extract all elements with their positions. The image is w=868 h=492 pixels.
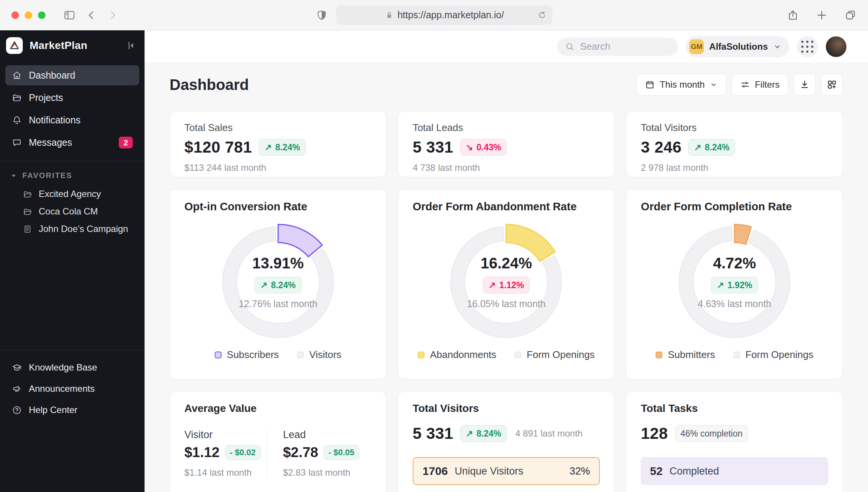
donut-sub: 16.05% last month <box>467 298 546 309</box>
filters-button[interactable]: Filters <box>731 74 788 96</box>
total-sales-card: Total Sales $120 781 ↗8.24% $113 244 las… <box>170 111 387 177</box>
trend-arrow-icon: ↗ <box>717 280 724 290</box>
folder-icon <box>23 207 32 216</box>
page-title: Dashboard <box>170 76 249 93</box>
org-switcher[interactable]: GM AlfaSolutions <box>686 36 789 57</box>
zoom-window-button[interactable] <box>38 11 46 19</box>
search-box[interactable] <box>557 38 678 56</box>
sidebar-item-label: Announcements <box>29 383 133 394</box>
sidebar-item-projects[interactable]: Projects <box>5 88 139 108</box>
trend-arrow-icon: ↗ <box>260 280 267 290</box>
bell-icon <box>12 115 22 125</box>
marketplan-logo <box>6 37 23 54</box>
favorite-item-john-does-campaign[interactable]: John Doe’s Campaign <box>5 220 139 238</box>
donut-sub: 4.63% last month <box>698 298 771 309</box>
stat-sub: $113 244 last month <box>184 162 372 173</box>
address-bar[interactable]: https://app.marketplan.io/ <box>336 5 552 25</box>
card-title: Order Form Abandonment Rate <box>413 200 600 213</box>
sidebar-item-knowledge-base[interactable]: Knowledge Base <box>5 358 139 377</box>
total-tasks-card: Total Tasks 128 46% completion 52 Comple… <box>626 391 843 492</box>
toolbar: This month Filters <box>636 74 843 96</box>
browser-sidebar-toggle-icon[interactable] <box>63 9 76 22</box>
sidebar-collapse-icon[interactable] <box>125 40 136 51</box>
share-icon[interactable] <box>787 9 799 21</box>
favorite-item-coca-cola-cm[interactable]: Coca Cola CM <box>5 203 139 220</box>
row-count: 1706 <box>423 465 448 478</box>
legend-item: Submitters <box>656 349 715 361</box>
metric-sub: $1.14 last month <box>184 467 267 478</box>
total-visitors-card: Total Visitors 3 246 ↗8.24% 2 978 last m… <box>626 111 843 177</box>
lock-icon <box>385 11 394 20</box>
sliders-icon <box>740 80 750 90</box>
new-tab-icon[interactable] <box>816 9 828 21</box>
megaphone-icon <box>12 384 22 394</box>
completed-tasks-row[interactable]: 52 Completed <box>641 457 828 485</box>
favorite-item-label: Coca Cola CM <box>39 206 98 217</box>
trend-badge: - $0.05 <box>324 445 360 460</box>
completion-rate-card: Order Form Completion Rate 4.72% ↗1.92% … <box>626 189 843 379</box>
stat-sub: 4 891 last month <box>515 428 582 439</box>
trend-arrow-icon: ↗ <box>489 280 496 290</box>
search-input[interactable] <box>580 41 670 52</box>
trend-arrow-icon: ↗ <box>264 142 272 153</box>
trend-badge: ↘0.43% <box>460 139 507 156</box>
period-label: This month <box>660 79 705 90</box>
folder-icon <box>12 93 22 103</box>
add-widget-button[interactable] <box>821 74 843 96</box>
card-title: Average Value <box>184 402 372 415</box>
download-icon <box>799 79 810 90</box>
close-window-button[interactable] <box>11 11 19 19</box>
stat-value: $120 781 <box>184 138 252 156</box>
metric-label: Lead <box>283 429 359 441</box>
sidebar-item-label: Projects <box>29 92 133 103</box>
trend-arrow-icon: ↗ <box>694 142 701 153</box>
abandonment-rate-card: Order Form Abandonment Rate 16.24% ↗1.12… <box>398 189 615 379</box>
sidebar-item-dashboard[interactable]: Dashboard <box>5 65 139 85</box>
sidebar-item-messages[interactable]: Messages 2 <box>5 132 139 153</box>
favorites-title: FAVORITES <box>22 171 72 180</box>
trend-arrow-icon: ↘ <box>466 142 473 153</box>
card-title: Total Leads <box>413 122 600 134</box>
trend-arrow-icon: ↗ <box>466 429 473 439</box>
sidebar-item-announcements[interactable]: Announcements <box>5 379 139 398</box>
export-button[interactable] <box>794 74 816 96</box>
sidebar-item-notifications[interactable]: Notifications <box>5 110 139 130</box>
grid-dots-icon <box>801 41 813 53</box>
completion-badge: 46% completion <box>675 425 748 442</box>
donut-value: 4.72% <box>713 255 756 272</box>
metric-value: $2.78 <box>283 445 318 460</box>
donut-value: 16.24% <box>481 255 532 272</box>
chat-icon <box>12 137 22 148</box>
row-label: Unique Visitors <box>454 465 563 477</box>
favorite-item-excited-agency[interactable]: Excited Agency <box>5 185 139 203</box>
reload-icon[interactable] <box>537 10 547 20</box>
trend-badge: ↗8.24% <box>460 425 507 442</box>
tab-overview-icon[interactable] <box>844 9 857 21</box>
question-circle-icon <box>12 405 22 415</box>
total-visitors-breakdown-card: Total Visitors 5 331 ↗8.24% 4 891 last m… <box>398 391 615 492</box>
trend-badge: ↗8.24% <box>259 139 306 156</box>
period-select-button[interactable]: This month <box>636 74 726 96</box>
org-avatar: GM <box>689 39 704 54</box>
trend-badge: ↗8.24% <box>255 277 302 293</box>
metric-sub: $2.83 last month <box>283 467 359 478</box>
chevron-down-icon <box>773 43 782 51</box>
favorites-header[interactable]: FAVORITES <box>5 171 139 180</box>
sidebar-item-help-center[interactable]: Help Center <box>5 401 139 419</box>
legend-item: Form Openings <box>514 349 594 361</box>
metric-value: $1.12 <box>184 445 220 460</box>
card-title: Total Visitors <box>641 122 828 134</box>
average-value-lead: Lead $2.78 - $0.05 $2.83 last month <box>267 429 359 478</box>
privacy-shield-icon[interactable] <box>316 9 328 21</box>
back-icon[interactable] <box>86 9 97 21</box>
trend-badge: - $0.02 <box>225 445 261 460</box>
filters-label: Filters <box>755 79 780 90</box>
minimize-window-button[interactable] <box>25 11 32 19</box>
user-avatar[interactable] <box>826 36 847 57</box>
apps-grid-button[interactable] <box>797 36 818 57</box>
opt-in-conversion-card: Opt-in Conversion Rate 13.91% ↗8.24% 12.… <box>170 189 387 379</box>
unique-visitors-row[interactable]: 1706 Unique Visitors 32% <box>413 457 600 485</box>
favorite-item-label: John Doe’s Campaign <box>39 224 128 234</box>
legend-swatch <box>514 352 521 358</box>
legend-swatch <box>297 352 304 358</box>
